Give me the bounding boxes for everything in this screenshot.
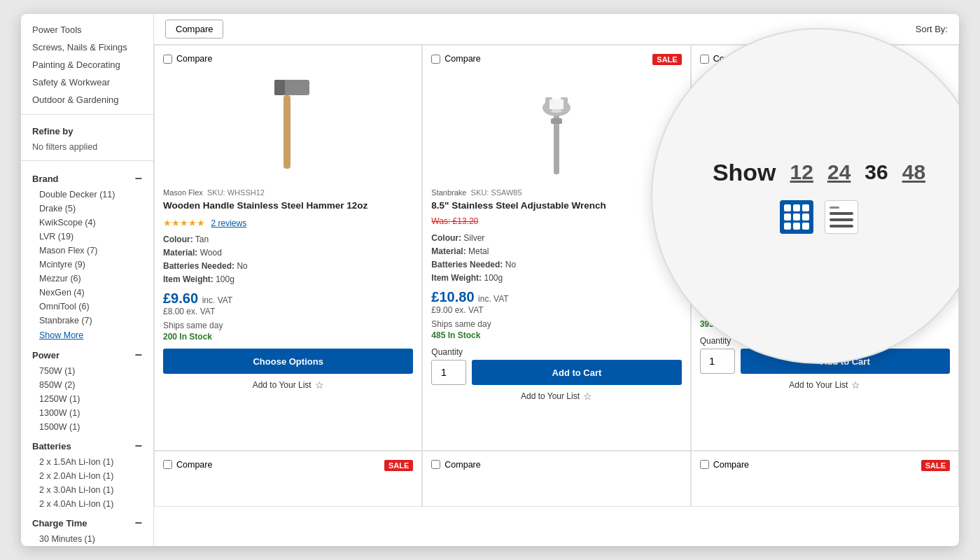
sale-badge-6: SALE [921,460,950,471]
in-stock-1: 200 In Stock [163,332,413,342]
product-title-1: Wooden Handle Stainless Steel Hammer 12o… [163,200,413,212]
list-line-icon [830,218,853,221]
sidebar-filter-bat3[interactable]: 2 x 3.0Ah Li-Ion (1) [21,483,153,497]
compare-checkbox-6[interactable]: Compare [700,460,950,470]
zoom-option-12[interactable]: 12 [790,160,813,184]
grid-dot [802,214,809,220]
quantity-input-3[interactable] [700,349,735,374]
sidebar-divider [21,114,153,115]
price-main-2: £10.80 inc. VAT [431,289,681,305]
compare-checkbox-input-2[interactable] [431,55,440,64]
batteries-collapse-icon[interactable]: − [134,440,142,452]
sidebar-filter-850w[interactable]: 850W (2) [21,378,153,392]
sidebar-filter-1500w[interactable]: 1500W (1) [21,420,153,434]
compare-button[interactable]: Compare [165,20,223,38]
sidebar-filter-30min[interactable]: 30 Minutes (1) [21,532,153,546]
sort-by-label: Sort By: [916,24,948,34]
sidebar-nav-item-power-tools[interactable]: Power Tools [21,21,153,38]
sale-badge-2: SALE [652,54,681,65]
hammer-image [260,73,316,178]
star-rating-1: ★★★★★ 2 reviews [163,216,413,229]
add-to-cart-button-2[interactable]: Add to Cart [472,360,681,385]
add-to-list-2[interactable]: Add to Your List ☆ [431,391,681,402]
sidebar-filter-kwikscope[interactable]: KwikScope (4) [21,216,153,230]
sidebar-divider-2 [21,160,153,161]
compare-label-6: Compare [713,460,749,470]
quantity-input-2[interactable] [431,360,466,385]
page-wrapper: Power Tools Screws, Nails & Fixings Pain… [21,14,959,546]
list-line-icon [830,212,853,215]
compare-label-4: Compare [176,460,212,470]
add-to-list-3[interactable]: Add to Your List ☆ [700,379,950,391]
wrench-image [536,69,578,181]
list-line-icon [830,225,853,227]
in-stock-2: 485 In Stock [431,330,681,340]
batteries-section-title: Batteries − [21,434,153,455]
grid-dot [793,223,800,230]
product-title-2: 8.5" Stainless Steel Adjustable Wrench [431,200,681,212]
grid-view-button[interactable] [780,200,813,234]
sidebar-nav-item-safety[interactable]: Safety & Workwear [21,74,153,91]
product-image-area-1 [163,69,413,181]
sidebar-filter-bat2[interactable]: 2 x 2.0Ah Li-Ion (1) [21,469,153,483]
compare-checkbox-input-3[interactable] [700,55,709,64]
zoom-option-24[interactable]: 24 [827,160,850,184]
sidebar-filter-mezzur[interactable]: Mezzur (6) [21,272,153,286]
grid-dot [784,214,791,220]
product-card-4: Compare SALE [154,451,422,507]
sidebar: Power Tools Screws, Nails & Fixings Pain… [21,14,154,546]
star-icon-2: ☆ [583,391,592,402]
grid-dot [793,214,800,220]
product-image-area-2 [431,69,681,181]
brand-show-more[interactable]: Show More [21,328,153,343]
svg-rect-9 [551,118,562,124]
compare-checkbox-4[interactable]: Compare [163,460,413,470]
svg-rect-2 [284,95,290,169]
sidebar-filter-double-decker[interactable]: Double Decker (11) [21,188,153,202]
brand-collapse-icon[interactable]: − [134,172,142,185]
reviews-link-1[interactable]: 2 reviews [211,218,246,228]
sidebar-nav-item-screws[interactable]: Screws, Nails & Fixings [21,38,153,56]
compare-checkbox-1[interactable]: Compare [163,54,413,64]
sidebar-filter-omnitool[interactable]: OmniTool (6) [21,300,153,314]
qty-add-row-2: Add to Cart [431,360,681,385]
sidebar-filter-mason-flex[interactable]: Mason Flex (7) [21,244,153,258]
charge-time-collapse-icon[interactable]: − [134,517,142,529]
sidebar-filter-1250w[interactable]: 1250W (1) [21,392,153,406]
compare-checkbox-5[interactable]: Compare [431,460,681,470]
compare-checkbox-input-6[interactable] [700,460,709,469]
choose-options-button-1[interactable]: Choose Options [163,349,413,374]
sidebar-filter-bat4[interactable]: 2 x 4.0Ah Li-Ion (1) [21,497,153,511]
list-view-button[interactable] [825,200,858,234]
compare-checkbox-input-4[interactable] [163,460,172,469]
compare-checkbox-2[interactable]: Compare [431,54,681,64]
power-section-title: Power − [21,343,153,364]
refine-by-title: Refine by [21,120,153,139]
sidebar-filter-750w[interactable]: 750W (1) [21,364,153,378]
sale-badge-4: SALE [384,460,413,471]
grid-dot [784,223,791,230]
sidebar-filter-lvr[interactable]: LVR (19) [21,230,153,244]
compare-checkbox-input-5[interactable] [431,460,440,469]
product-specs-1: Colour: Tan Material: Wood Batteries Nee… [163,233,413,287]
grid-dot [802,223,809,230]
power-collapse-icon[interactable]: − [134,349,142,361]
no-filters-label: No filters applied [21,139,153,155]
add-to-list-1[interactable]: Add to Your List ☆ [163,379,413,391]
sidebar-filter-stanbrake[interactable]: Stanbrake (7) [21,314,153,328]
sidebar-nav-item-outdoor[interactable]: Outdoor & Gardening [21,91,153,108]
zoom-option-36[interactable]: 36 [864,160,888,184]
grid-dot [784,204,791,211]
grid-dot [793,204,800,211]
zoom-option-48[interactable]: 48 [902,160,925,184]
sidebar-filter-1300w[interactable]: 1300W (1) [21,406,153,420]
brand-section-title: Brand − [21,167,153,188]
sidebar-filter-mcintyre[interactable]: Mcintyre (9) [21,258,153,272]
sidebar-filter-bat1[interactable]: 2 x 1.5Ah Li-Ion (1) [21,455,153,469]
compare-checkbox-input-1[interactable] [163,55,172,64]
ships-1: Ships same day [163,321,413,330]
sidebar-filter-nexgen[interactable]: NexGen (4) [21,286,153,300]
price-was-2: Was: £13.20 [431,216,681,226]
sidebar-nav-item-painting[interactable]: Painting & Decorating [21,56,153,74]
sidebar-filter-drake[interactable]: Drake (5) [21,202,153,216]
